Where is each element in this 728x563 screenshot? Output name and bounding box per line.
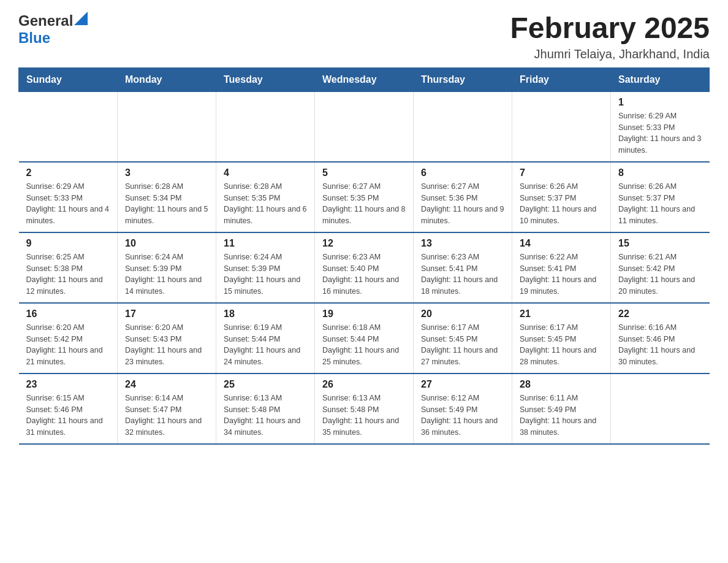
calendar-day-cell: 5Sunrise: 6:27 AMSunset: 5:35 PMDaylight… <box>315 162 414 232</box>
day-number: 23 <box>26 379 110 390</box>
calendar-title: February 2025 <box>510 12 710 45</box>
day-number: 4 <box>224 167 307 178</box>
calendar-day-cell: 22Sunrise: 6:16 AMSunset: 5:46 PMDayligh… <box>611 303 710 373</box>
day-info: Sunrise: 6:28 AMSunset: 5:34 PMDaylight:… <box>125 181 208 227</box>
calendar-week-row: 9Sunrise: 6:25 AMSunset: 5:38 PMDaylight… <box>19 232 710 303</box>
day-number: 5 <box>322 167 406 178</box>
day-number: 2 <box>26 167 110 178</box>
page-header: General Blue February 2025 Jhumri Telaiy… <box>18 12 710 61</box>
day-number: 11 <box>224 238 307 249</box>
logo-general-text: General <box>18 12 73 29</box>
header-wednesday: Wednesday <box>315 67 414 91</box>
day-info: Sunrise: 6:15 AMSunset: 5:46 PMDaylight:… <box>26 393 110 439</box>
day-info: Sunrise: 6:21 AMSunset: 5:42 PMDaylight:… <box>618 251 702 297</box>
calendar-day-cell: 18Sunrise: 6:19 AMSunset: 5:44 PMDayligh… <box>216 303 315 373</box>
day-number: 18 <box>224 308 307 320</box>
day-info: Sunrise: 6:17 AMSunset: 5:45 PMDaylight:… <box>520 322 603 368</box>
calendar-day-cell <box>611 373 710 444</box>
day-number: 24 <box>125 379 208 390</box>
day-number: 3 <box>125 167 208 178</box>
logo-blue-text: Blue <box>18 29 50 46</box>
day-info: Sunrise: 6:16 AMSunset: 5:46 PMDaylight:… <box>618 322 702 368</box>
calendar-day-cell: 2Sunrise: 6:29 AMSunset: 5:33 PMDaylight… <box>19 162 118 232</box>
day-info: Sunrise: 6:20 AMSunset: 5:43 PMDaylight:… <box>125 322 208 368</box>
day-number: 16 <box>26 308 110 320</box>
calendar-day-cell: 28Sunrise: 6:11 AMSunset: 5:49 PMDayligh… <box>512 373 611 444</box>
day-info: Sunrise: 6:20 AMSunset: 5:42 PMDaylight:… <box>26 322 110 368</box>
day-info: Sunrise: 6:26 AMSunset: 5:37 PMDaylight:… <box>618 181 702 227</box>
calendar-day-cell: 15Sunrise: 6:21 AMSunset: 5:42 PMDayligh… <box>611 232 710 303</box>
day-number: 15 <box>618 238 702 249</box>
calendar-header: SundayMondayTuesdayWednesdayThursdayFrid… <box>19 67 710 91</box>
calendar-day-cell: 9Sunrise: 6:25 AMSunset: 5:38 PMDaylight… <box>19 232 118 303</box>
calendar-day-cell: 7Sunrise: 6:26 AMSunset: 5:37 PMDaylight… <box>512 162 611 232</box>
calendar-day-cell <box>315 91 414 162</box>
day-info: Sunrise: 6:17 AMSunset: 5:45 PMDaylight:… <box>421 322 504 368</box>
calendar-day-cell: 27Sunrise: 6:12 AMSunset: 5:49 PMDayligh… <box>414 373 512 444</box>
calendar-day-cell: 1Sunrise: 6:29 AMSunset: 5:33 PMDaylight… <box>611 91 710 162</box>
calendar-day-cell: 6Sunrise: 6:27 AMSunset: 5:36 PMDaylight… <box>414 162 512 232</box>
logo: General Blue <box>18 12 88 47</box>
header-tuesday: Tuesday <box>216 67 315 91</box>
calendar-day-cell: 24Sunrise: 6:14 AMSunset: 5:47 PMDayligh… <box>118 373 216 444</box>
calendar-day-cell <box>414 91 512 162</box>
header-friday: Friday <box>512 67 611 91</box>
day-number: 22 <box>618 308 702 320</box>
day-info: Sunrise: 6:23 AMSunset: 5:40 PMDaylight:… <box>322 251 406 297</box>
calendar-day-cell: 11Sunrise: 6:24 AMSunset: 5:39 PMDayligh… <box>216 232 315 303</box>
calendar-day-cell: 26Sunrise: 6:13 AMSunset: 5:48 PMDayligh… <box>315 373 414 444</box>
header-saturday: Saturday <box>611 67 710 91</box>
day-number: 6 <box>421 167 504 178</box>
day-info: Sunrise: 6:19 AMSunset: 5:44 PMDaylight:… <box>224 322 307 368</box>
day-info: Sunrise: 6:23 AMSunset: 5:41 PMDaylight:… <box>421 251 504 297</box>
calendar-day-cell: 21Sunrise: 6:17 AMSunset: 5:45 PMDayligh… <box>512 303 611 373</box>
calendar-day-cell: 3Sunrise: 6:28 AMSunset: 5:34 PMDaylight… <box>118 162 216 232</box>
day-number: 7 <box>520 167 603 178</box>
calendar-day-cell: 23Sunrise: 6:15 AMSunset: 5:46 PMDayligh… <box>19 373 118 444</box>
day-info: Sunrise: 6:12 AMSunset: 5:49 PMDaylight:… <box>421 393 504 439</box>
day-number: 19 <box>322 308 406 320</box>
calendar-week-row: 1Sunrise: 6:29 AMSunset: 5:33 PMDaylight… <box>19 91 710 162</box>
calendar-day-cell <box>118 91 216 162</box>
calendar-day-cell <box>512 91 611 162</box>
day-number: 12 <box>322 238 406 249</box>
calendar-day-cell: 4Sunrise: 6:28 AMSunset: 5:35 PMDaylight… <box>216 162 315 232</box>
day-number: 14 <box>520 238 603 249</box>
day-info: Sunrise: 6:26 AMSunset: 5:37 PMDaylight:… <box>520 181 603 227</box>
calendar-day-cell: 25Sunrise: 6:13 AMSunset: 5:48 PMDayligh… <box>216 373 315 444</box>
svg-marker-0 <box>74 12 88 25</box>
day-number: 26 <box>322 379 406 390</box>
day-number: 13 <box>421 238 504 249</box>
calendar-day-cell: 10Sunrise: 6:24 AMSunset: 5:39 PMDayligh… <box>118 232 216 303</box>
day-info: Sunrise: 6:13 AMSunset: 5:48 PMDaylight:… <box>224 393 307 439</box>
calendar-week-row: 2Sunrise: 6:29 AMSunset: 5:33 PMDaylight… <box>19 162 710 232</box>
calendar-day-cell: 14Sunrise: 6:22 AMSunset: 5:41 PMDayligh… <box>512 232 611 303</box>
days-header-row: SundayMondayTuesdayWednesdayThursdayFrid… <box>19 67 710 91</box>
calendar-day-cell: 20Sunrise: 6:17 AMSunset: 5:45 PMDayligh… <box>414 303 512 373</box>
day-number: 21 <box>520 308 603 320</box>
calendar-table: SundayMondayTuesdayWednesdayThursdayFrid… <box>18 67 710 445</box>
day-info: Sunrise: 6:11 AMSunset: 5:49 PMDaylight:… <box>520 393 603 439</box>
day-info: Sunrise: 6:24 AMSunset: 5:39 PMDaylight:… <box>125 251 208 297</box>
calendar-title-block: February 2025 Jhumri Telaiya, Jharkhand,… <box>510 12 710 61</box>
calendar-day-cell <box>216 91 315 162</box>
calendar-day-cell: 16Sunrise: 6:20 AMSunset: 5:42 PMDayligh… <box>19 303 118 373</box>
calendar-day-cell: 17Sunrise: 6:20 AMSunset: 5:43 PMDayligh… <box>118 303 216 373</box>
day-number: 8 <box>618 167 702 178</box>
calendar-day-cell: 13Sunrise: 6:23 AMSunset: 5:41 PMDayligh… <box>414 232 512 303</box>
header-sunday: Sunday <box>19 67 118 91</box>
calendar-day-cell <box>19 91 118 162</box>
day-info: Sunrise: 6:29 AMSunset: 5:33 PMDaylight:… <box>618 110 702 156</box>
calendar-day-cell: 8Sunrise: 6:26 AMSunset: 5:37 PMDaylight… <box>611 162 710 232</box>
day-info: Sunrise: 6:18 AMSunset: 5:44 PMDaylight:… <box>322 322 406 368</box>
day-info: Sunrise: 6:27 AMSunset: 5:35 PMDaylight:… <box>322 181 406 227</box>
day-info: Sunrise: 6:29 AMSunset: 5:33 PMDaylight:… <box>26 181 110 227</box>
day-info: Sunrise: 6:24 AMSunset: 5:39 PMDaylight:… <box>224 251 307 297</box>
header-monday: Monday <box>118 67 216 91</box>
header-thursday: Thursday <box>414 67 512 91</box>
calendar-week-row: 16Sunrise: 6:20 AMSunset: 5:42 PMDayligh… <box>19 303 710 373</box>
day-info: Sunrise: 6:25 AMSunset: 5:38 PMDaylight:… <box>26 251 110 297</box>
day-info: Sunrise: 6:13 AMSunset: 5:48 PMDaylight:… <box>322 393 406 439</box>
day-number: 28 <box>520 379 603 390</box>
day-number: 27 <box>421 379 504 390</box>
